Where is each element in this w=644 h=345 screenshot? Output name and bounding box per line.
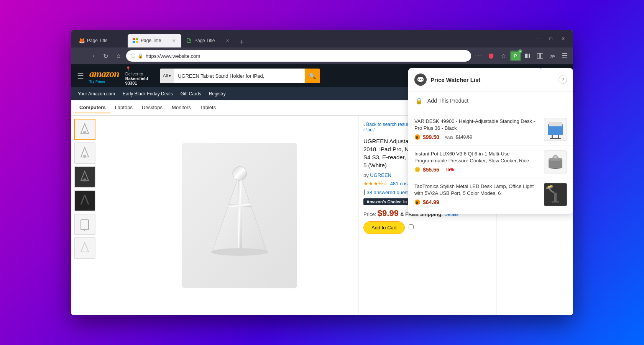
- pw-amazon-icon-1: a: [414, 134, 421, 140]
- pw-product-item-2[interactable]: Instant Pot LUX60 V3 6 Qt 6-in-1 Multi-U…: [408, 146, 573, 178]
- tab-3-close-button[interactable]: ✕: [224, 38, 230, 44]
- pw-price-row-1: a $99.50 · was $149.50: [414, 134, 540, 140]
- product-thumb-4[interactable]: [74, 190, 95, 211]
- pw-product-name-3: TaoTronics Stylish Metal LED Desk Lamp, …: [414, 183, 540, 197]
- new-tab-button[interactable]: +: [237, 37, 247, 47]
- svg-point-36: [416, 168, 419, 171]
- price-watcher-icon: P: [511, 52, 520, 60]
- svg-rect-33: [550, 138, 561, 139]
- split-view-button[interactable]: [535, 51, 545, 61]
- title-bar: 🦊 Page Title Page Title ✕ Page Title ✕ +: [71, 30, 573, 47]
- browser-window: 🦊 Page Title Page Title ✕ Page Title ✕ +: [71, 30, 573, 315]
- pw-was-label-1: was: [445, 134, 453, 140]
- pw-price-1: $99.50: [423, 134, 439, 140]
- category-computers[interactable]: Computers: [75, 102, 110, 113]
- svg-line-17: [85, 195, 89, 204]
- amazon-search-bar: All ▾ 🔍: [160, 69, 320, 83]
- product-brand-link[interactable]: UGREEN: [370, 172, 391, 178]
- pw-price-3: $64.99: [423, 199, 439, 205]
- deliver-label: Deliver to: [125, 72, 156, 76]
- svg-rect-18: [81, 220, 89, 230]
- product-thumb-1[interactable]: [74, 119, 95, 140]
- svg-rect-5: [526, 54, 527, 58]
- svg-rect-32: [558, 135, 559, 138]
- minimize-button[interactable]: —: [533, 33, 544, 44]
- category-monitors[interactable]: Monitors: [167, 102, 196, 113]
- price-label: Price:: [363, 211, 378, 217]
- deliver-location: Bakersfield 93301: [125, 76, 156, 85]
- pw-product-image-2: [544, 150, 567, 173]
- svg-text:a: a: [416, 135, 418, 139]
- svg-rect-24: [228, 204, 251, 207]
- extension-price-watcher-button[interactable]: P +: [510, 51, 521, 61]
- nav-item-registry[interactable]: Registry: [206, 90, 229, 98]
- more-tools-button[interactable]: ≫: [547, 51, 558, 61]
- extension-badge: +: [518, 49, 522, 53]
- category-tablets[interactable]: Tablets: [196, 102, 220, 113]
- svg-rect-3: [136, 41, 138, 43]
- product-thumb-6[interactable]: [74, 237, 95, 259]
- svg-point-41: [554, 156, 557, 158]
- svg-point-13: [83, 155, 86, 158]
- svg-rect-29: [548, 126, 563, 135]
- nav-item-your-amazon[interactable]: Your Amazon.com: [75, 90, 118, 98]
- svg-point-15: [83, 178, 86, 181]
- address-bar[interactable]: ⓘ 🔒 https://www.website.com: [126, 50, 471, 62]
- app-menu-button[interactable]: ☰: [559, 51, 570, 61]
- deliver-to[interactable]: 📍 Deliver to Bakersfield 93301: [125, 66, 156, 85]
- svg-rect-34: [549, 122, 562, 126]
- svg-point-23: [233, 167, 246, 180]
- toolbar-right: ··· ☆ P + ≫ ☰: [473, 51, 570, 61]
- info-icon: ⓘ: [131, 53, 135, 59]
- category-laptops[interactable]: Laptops: [110, 102, 137, 113]
- pw-product-item-3[interactable]: TaoTronics Stylish Metal LED Desk Lamp, …: [408, 178, 573, 211]
- svg-rect-7: [529, 54, 530, 58]
- svg-rect-6: [527, 54, 528, 58]
- svg-rect-4: [525, 54, 526, 58]
- pw-change-2: ↑5%: [445, 167, 454, 172]
- tab-2-active[interactable]: Page Title ✕: [128, 34, 181, 47]
- category-desktops[interactable]: Desktops: [137, 102, 167, 113]
- refresh-button[interactable]: ↻: [100, 51, 111, 61]
- amazon-hamburger-button[interactable]: ☰: [76, 70, 85, 82]
- product-stand-svg: [197, 158, 282, 273]
- nav-item-black-friday[interactable]: Early Black Friday Deals: [120, 90, 176, 98]
- pocket-button[interactable]: [486, 51, 496, 61]
- product-image-display: [182, 143, 297, 288]
- tab-3[interactable]: Page Title ✕: [181, 34, 235, 47]
- home-button[interactable]: ⌂: [113, 51, 124, 61]
- maximize-button[interactable]: □: [545, 33, 556, 44]
- svg-point-11: [83, 131, 86, 134]
- tab-2-title: Page Title: [141, 38, 168, 43]
- svg-rect-0: [133, 38, 135, 40]
- forward-button[interactable]: →: [87, 51, 98, 61]
- tab-1[interactable]: 🦊 Page Title: [74, 34, 128, 47]
- product-thumb-5[interactable]: [74, 214, 95, 235]
- nav-item-gift-cards[interactable]: Gift Cards: [177, 90, 204, 98]
- amazon-search-button[interactable]: 🔍: [305, 69, 320, 83]
- search-category-label: All: [163, 73, 168, 78]
- pw-product-item-1[interactable]: VARIDESK 49900 - Height-Adjustable Stand…: [408, 116, 573, 146]
- library-button[interactable]: [522, 51, 533, 61]
- tab-2-close-button[interactable]: ✕: [171, 38, 177, 44]
- pw-dot-1: ·: [442, 134, 443, 140]
- svg-text:a: a: [416, 200, 418, 204]
- overflow-menu-button[interactable]: ···: [473, 51, 484, 61]
- pw-product-info-1: VARIDESK 49900 - Height-Adjustable Stand…: [414, 118, 540, 140]
- product-thumb-3[interactable]: [74, 166, 95, 188]
- back-button[interactable]: ←: [74, 51, 85, 61]
- amazon-search-input[interactable]: [174, 69, 305, 83]
- pw-was-price-1: $149.50: [456, 134, 472, 140]
- close-button[interactable]: ✕: [558, 33, 568, 44]
- svg-rect-1: [136, 38, 138, 40]
- window-controls: — □ ✕: [533, 33, 573, 44]
- amazon-logo[interactable]: amazon Try Prime: [89, 68, 119, 83]
- one-click-checkbox[interactable]: [409, 224, 414, 229]
- svg-marker-20: [81, 242, 89, 252]
- bookmark-button[interactable]: ☆: [498, 51, 509, 61]
- add-to-cart-button[interactable]: Add to Cart: [363, 221, 405, 234]
- notepad-favicon-icon: [186, 38, 192, 44]
- search-category-dropdown[interactable]: All ▾: [160, 69, 174, 83]
- pw-product-name-2: Instant Pot LUX60 V3 6 Qt 6-in-1 Multi-U…: [414, 150, 540, 164]
- product-thumb-2[interactable]: [74, 142, 95, 164]
